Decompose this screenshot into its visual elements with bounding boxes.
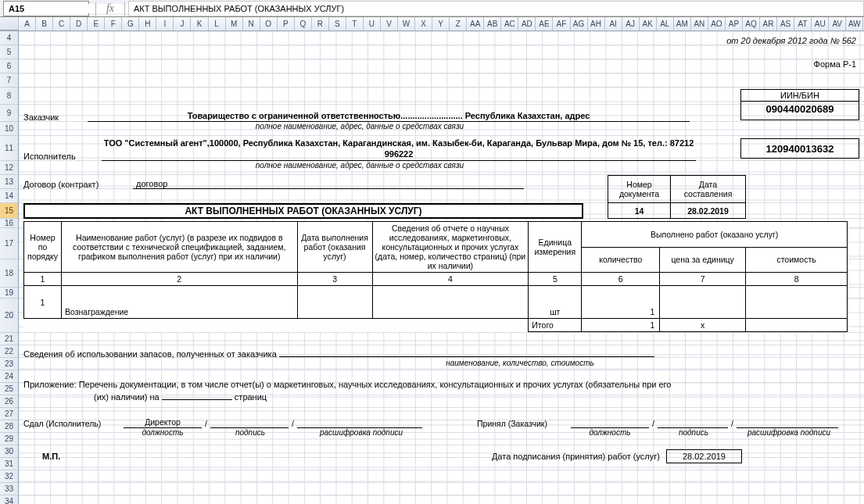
column-header[interactable]: F: [105, 17, 122, 30]
column-header[interactable]: AA: [467, 17, 484, 30]
column-header[interactable]: R: [312, 17, 329, 30]
worksheet[interactable]: 4567891011121314151617181920212223242526…: [0, 31, 864, 504]
column-header[interactable]: Q: [295, 17, 312, 30]
column-header[interactable]: AC: [501, 17, 518, 30]
column-header[interactable]: AM: [674, 17, 691, 30]
column-header[interactable]: AB: [484, 17, 501, 30]
row-header[interactable]: 34: [0, 495, 18, 504]
row-header[interactable]: 11: [0, 136, 18, 161]
column-header[interactable]: AO: [708, 17, 726, 30]
column-header[interactable]: AS: [777, 17, 794, 30]
column-header[interactable]: C: [53, 17, 70, 30]
cap-sign: подпись: [211, 428, 289, 437]
row-header[interactable]: 5: [0, 45, 18, 59]
column-header[interactable]: AK: [640, 17, 657, 30]
doc-num: 14: [608, 203, 671, 219]
row-header[interactable]: 18: [0, 259, 18, 288]
column-header[interactable]: AD: [518, 17, 536, 30]
row-header[interactable]: 26: [0, 395, 18, 408]
column-header[interactable]: V: [381, 17, 398, 30]
row-header[interactable]: 8: [0, 88, 18, 105]
row-header[interactable]: 21: [0, 333, 18, 345]
colnum: 7: [660, 273, 746, 286]
row-header[interactable]: 14: [0, 189, 18, 203]
name-box[interactable]: ▾: [3, 1, 89, 16]
column-header[interactable]: AP: [726, 17, 743, 30]
row-header[interactable]: 15: [0, 203, 18, 219]
row-header[interactable]: 24: [0, 370, 18, 383]
row-header[interactable]: 25: [0, 383, 18, 395]
column-header[interactable]: X: [415, 17, 432, 30]
column-header[interactable]: AV: [829, 17, 846, 30]
row-header[interactable]: 29: [0, 433, 18, 445]
column-header[interactable]: AG: [571, 17, 588, 30]
column-header[interactable]: AL: [657, 17, 674, 30]
row-header[interactable]: 17: [0, 228, 18, 259]
column-header[interactable]: AT: [794, 17, 812, 30]
column-header[interactable]: E: [88, 17, 105, 30]
fx-icon[interactable]: fx: [99, 2, 121, 15]
row-header[interactable]: 23: [0, 358, 18, 370]
column-header[interactable]: P: [278, 17, 295, 30]
column-header[interactable]: O: [260, 17, 278, 30]
received-label: Принял (Заказчик): [477, 419, 571, 428]
stock-caption: наименование, количество, стоимость: [195, 359, 844, 367]
row-header[interactable]: 19: [0, 288, 18, 298]
select-all-corner[interactable]: [0, 17, 19, 30]
column-header[interactable]: J: [174, 17, 191, 30]
column-header[interactable]: AQ: [743, 17, 760, 30]
column-header[interactable]: G: [122, 17, 139, 30]
row-header[interactable]: 28: [0, 420, 18, 433]
row-header[interactable]: 9: [0, 105, 18, 122]
row-header[interactable]: 12: [0, 161, 18, 175]
column-header[interactable]: K: [191, 17, 208, 30]
column-header[interactable]: Z: [450, 17, 467, 30]
column-header[interactable]: N: [243, 17, 260, 30]
row-header[interactable]: 20: [0, 298, 18, 333]
column-header[interactable]: H: [139, 17, 156, 30]
column-header[interactable]: M: [226, 17, 243, 30]
column-header[interactable]: AW: [846, 17, 863, 30]
column-header[interactable]: T: [346, 17, 364, 30]
column-header[interactable]: A: [19, 17, 36, 30]
column-header[interactable]: S: [329, 17, 346, 30]
column-header[interactable]: I: [156, 17, 174, 30]
column-header[interactable]: AI: [605, 17, 622, 30]
column-header[interactable]: Y: [432, 17, 450, 30]
row-header[interactable]: 7: [0, 73, 18, 88]
row-header[interactable]: 30: [0, 445, 18, 458]
row-header[interactable]: 16: [0, 219, 18, 228]
row-header[interactable]: 27: [0, 408, 18, 420]
customer-caption: полное наименование, адрес, данные о сре…: [23, 122, 696, 136]
column-header[interactable]: W: [398, 17, 415, 30]
column-header[interactable]: AU: [812, 17, 829, 30]
doc-meta-table: Номер документа Дата составления 14 28.0…: [608, 175, 746, 219]
executor-iin: 120940013632: [740, 138, 859, 159]
row-header[interactable]: 33: [0, 483, 18, 495]
row-header[interactable]: 4: [0, 31, 18, 45]
row-qty: 1: [582, 286, 660, 319]
cells-area[interactable]: от 20 декабря 2012 года № 562 Форма Р-1 …: [19, 31, 864, 504]
row-header[interactable]: 6: [0, 59, 18, 73]
column-header[interactable]: AR: [760, 17, 777, 30]
row-header[interactable]: 10: [0, 122, 18, 136]
executor-name: ТОО "Системный агент",100000, Республика…: [102, 138, 696, 161]
column-header[interactable]: D: [70, 17, 88, 30]
formula-input[interactable]: [128, 1, 864, 16]
cap-pos2: должность: [571, 428, 649, 437]
cust-position: [571, 417, 649, 428]
column-header[interactable]: AN: [691, 17, 708, 30]
column-header[interactable]: U: [364, 17, 381, 30]
column-header[interactable]: AE: [536, 17, 553, 30]
column-header[interactable]: AF: [553, 17, 570, 30]
row-header[interactable]: 13: [0, 175, 18, 189]
column-header[interactable]: AJ: [622, 17, 640, 30]
stock-field: [279, 346, 654, 357]
row-header[interactable]: 31: [0, 458, 18, 470]
column-header[interactable]: B: [36, 17, 53, 30]
row-header[interactable]: 22: [0, 345, 18, 358]
column-header[interactable]: L: [209, 17, 226, 30]
column-header[interactable]: AH: [588, 17, 605, 30]
colnum: 1: [24, 273, 62, 286]
row-header[interactable]: 32: [0, 470, 18, 483]
